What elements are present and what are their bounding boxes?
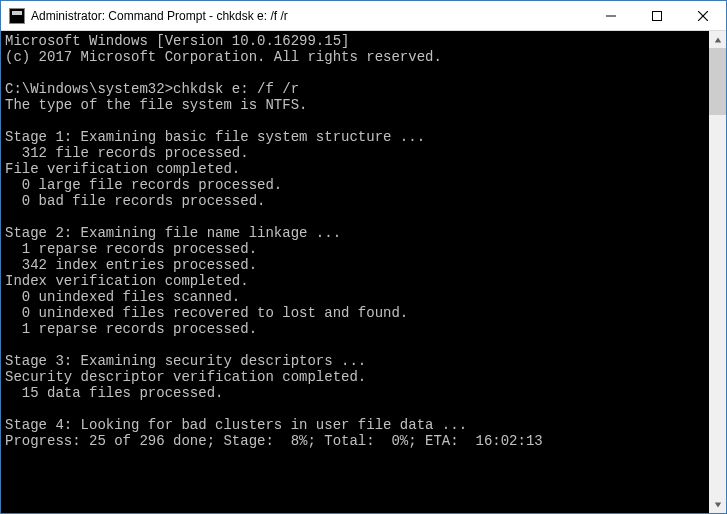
minimize-button[interactable]: [588, 1, 634, 30]
svg-rect-1: [653, 11, 662, 20]
scroll-up-button[interactable]: [709, 31, 726, 48]
window-title: Administrator: Command Prompt - chkdsk e…: [31, 9, 588, 23]
close-button[interactable]: [680, 1, 726, 30]
window-titlebar: Administrator: Command Prompt - chkdsk e…: [1, 1, 726, 31]
maximize-button[interactable]: [634, 1, 680, 30]
console-output[interactable]: Microsoft Windows [Version 10.0.16299.15…: [1, 31, 709, 513]
scroll-down-button[interactable]: [709, 496, 726, 513]
scrollbar-track[interactable]: [709, 48, 726, 496]
vertical-scrollbar[interactable]: [709, 31, 726, 513]
scrollbar-thumb[interactable]: [709, 48, 726, 115]
console-area: Microsoft Windows [Version 10.0.16299.15…: [1, 31, 726, 513]
command-prompt-icon: [9, 8, 25, 24]
window-controls: [588, 1, 726, 30]
